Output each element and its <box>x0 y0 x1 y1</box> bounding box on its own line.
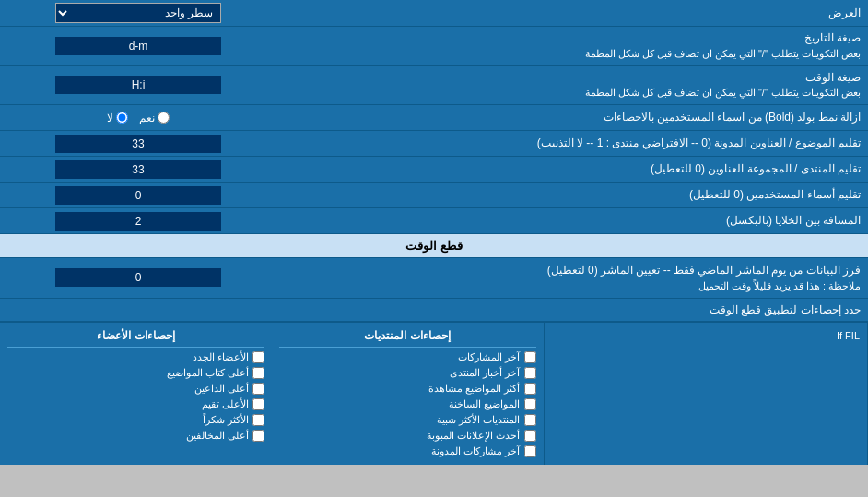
apply-row: حدد إحصاءات لتطبيق قطع الوقت <box>0 299 868 323</box>
user-names-count-input[interactable] <box>55 186 221 205</box>
forum-title-count-input-area <box>0 132 276 156</box>
bold-remove-row: ازالة نمط بولد (Bold) من اسماء المستخدمي… <box>0 105 868 131</box>
display-select[interactable]: سطر واحد سطرين ثلاثة أسطر <box>55 3 221 23</box>
time-format-input-area <box>0 73 276 97</box>
checkbox-item: أعلى الداعين <box>7 383 264 395</box>
checkbox-item: أعلى كتاب المواضيع <box>7 367 264 379</box>
cb-last-posts[interactable] <box>524 351 536 363</box>
cb-classified-ads-label: أحدث الإعلانات المبوبة <box>427 430 520 442</box>
user-names-count-row: تقليم أسماء المستخدمين (0 للتعطيل) <box>0 183 868 208</box>
display-label: العرض <box>276 3 868 23</box>
checkbox-item: آخر مشاركات المدونة <box>279 445 536 457</box>
forum-title-count-row: تقليم الموضوع / العناوين المدونة (0 -- ا… <box>0 131 868 157</box>
checkbox-area: If FIL إحصاءات المنتديات آخر المشاركات آ… <box>0 322 868 465</box>
cb-top-rated-label: الأعلى تقيم <box>202 398 249 410</box>
forum-group-count-input-area <box>0 158 276 182</box>
col-right: If FIL <box>545 323 869 465</box>
cb-new-members-label: الأعضاء الجدد <box>193 351 249 363</box>
cb-most-viewed[interactable] <box>524 383 536 395</box>
cb-new-members[interactable] <box>252 351 264 363</box>
display-input-area: سطر واحد سطرين ثلاثة أسطر <box>0 0 276 26</box>
date-format-label: صيغة التاريخ بعض التكوينات يتطلب "/" الت… <box>276 27 868 65</box>
radio-no-label[interactable]: لا <box>107 112 128 124</box>
realtime-filter-label: فرز البيانات من يوم الماشر الماضي فقط --… <box>276 258 868 298</box>
cells-distance-row: المسافة بين الخلايا (بالبكسل) <box>0 208 868 234</box>
cb-top-invited-label: أعلى الداعين <box>194 383 249 395</box>
header-row: العرض سطر واحد سطرين ثلاثة أسطر <box>0 0 868 27</box>
checkbox-item: المنتديات الأكثر شبية <box>279 414 536 426</box>
checkbox-item: الأكثر شكراً <box>7 414 264 426</box>
col-forum-stats: إحصاءات المنتديات آخر المشاركات آخر أخبا… <box>272 323 545 465</box>
user-names-count-label: تقليم أسماء المستخدمين (0 للتعطيل) <box>276 183 868 207</box>
realtime-filter-input-area <box>0 266 276 290</box>
cb-classified-ads[interactable] <box>524 430 536 442</box>
apply-label: حدد إحصاءات لتطبيق قطع الوقت <box>276 299 868 322</box>
cb-top-rated[interactable] <box>252 398 264 410</box>
forum-title-count-input[interactable] <box>55 135 221 153</box>
cb-most-thanked[interactable] <box>252 414 264 426</box>
checkbox-item: الأعضاء الجدد <box>7 351 264 363</box>
col-member-stats: إحصاءات الأعضاء الأعضاء الجدد أعلى كتاب … <box>0 323 272 465</box>
col-forum-header: إحصاءات المنتديات <box>279 326 536 348</box>
cb-hot-topics[interactable] <box>524 398 536 410</box>
checkbox-item: الأعلى تقيم <box>7 398 264 410</box>
cb-blog-posts[interactable] <box>524 445 536 457</box>
cb-most-similar[interactable] <box>524 414 536 426</box>
bold-remove-label: ازالة نمط بولد (Bold) من اسماء المستخدمي… <box>276 106 868 129</box>
forum-title-count-label: تقليم الموضوع / العناوين المدونة (0 -- ا… <box>276 132 868 155</box>
col-right-text: If FIL <box>552 326 861 341</box>
radio-yes-label[interactable]: نعم <box>139 112 170 124</box>
date-format-row: صيغة التاريخ بعض التكوينات يتطلب "/" الت… <box>0 27 868 66</box>
time-format-label: صيغة الوقت بعض التكوينات يتطلب "/" التي … <box>276 66 868 105</box>
cb-forum-news[interactable] <box>524 367 536 379</box>
radio-yes[interactable] <box>158 112 170 124</box>
cb-most-viewed-label: أكثر المواضيع مشاهدة <box>428 383 520 395</box>
checkbox-item: آخر المشاركات <box>279 351 536 363</box>
checkbox-item: المواضيع الساخنة <box>279 398 536 410</box>
main-container: العرض سطر واحد سطرين ثلاثة أسطر صيغة الت… <box>0 0 868 465</box>
cb-top-invited[interactable] <box>252 383 264 395</box>
cb-hot-topics-label: المواضيع الساخنة <box>449 398 520 410</box>
date-format-input-area <box>0 34 276 58</box>
forum-group-count-row: تقليم المنتدى / المجموعة العناوين (0 للت… <box>0 157 868 183</box>
cb-top-violators[interactable] <box>252 430 264 442</box>
cb-blog-posts-label: آخر مشاركات المدونة <box>431 445 520 457</box>
checkbox-item: أعلى المخالفين <box>7 430 264 442</box>
section-realtime-header: قطع الوقت <box>0 234 868 258</box>
time-format-row: صيغة الوقت بعض التكوينات يتطلب "/" التي … <box>0 66 868 106</box>
user-names-count-input-area <box>0 183 276 207</box>
cells-distance-input[interactable] <box>55 212 221 231</box>
radio-no[interactable] <box>116 112 128 124</box>
checkbox-item: أحدث الإعلانات المبوبة <box>279 430 536 442</box>
bold-radio-group: نعم لا <box>107 112 170 124</box>
cb-most-thanked-label: الأكثر شكراً <box>203 414 249 426</box>
checkbox-item: أكثر المواضيع مشاهدة <box>279 383 536 395</box>
checkbox-item: آخر أخبار المنتدى <box>279 367 536 379</box>
cells-distance-label: المسافة بين الخلايا (بالبكسل) <box>276 209 868 232</box>
cb-top-writers-label: أعلى كتاب المواضيع <box>167 367 249 379</box>
date-format-input[interactable] <box>55 37 221 55</box>
forum-group-count-label: تقليم المنتدى / المجموعة العناوين (0 للت… <box>276 158 868 181</box>
cells-distance-input-area <box>0 209 276 233</box>
realtime-filter-row: فرز البيانات من يوم الماشر الماضي فقط --… <box>0 258 868 299</box>
cb-most-similar-label: المنتديات الأكثر شبية <box>437 414 520 426</box>
cb-last-posts-label: آخر المشاركات <box>458 351 520 363</box>
forum-group-count-input[interactable] <box>55 160 221 179</box>
col-member-header: إحصاءات الأعضاء <box>7 326 264 348</box>
time-format-input[interactable] <box>55 76 221 94</box>
cb-top-writers[interactable] <box>252 367 264 379</box>
cb-forum-news-label: آخر أخبار المنتدى <box>450 367 520 379</box>
cb-top-violators-label: أعلى المخالفين <box>186 430 249 442</box>
realtime-filter-input[interactable] <box>55 268 221 287</box>
apply-input-area <box>0 307 276 313</box>
bold-remove-input-area: نعم لا <box>0 109 276 127</box>
